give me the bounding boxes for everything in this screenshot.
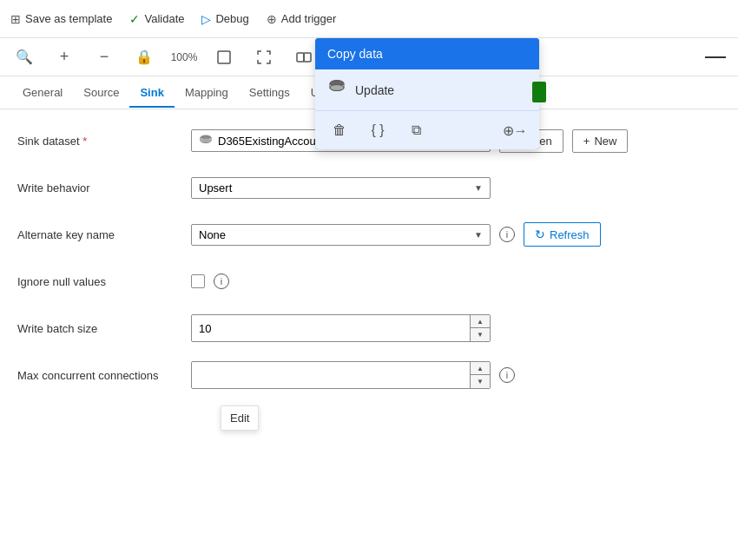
alternate-key-value: None (199, 228, 226, 241)
debug-label: Debug (215, 12, 248, 25)
ignore-null-info-icon[interactable]: i (214, 273, 229, 289)
sink-dataset-value: D365ExistingAccount (218, 135, 326, 148)
write-batch-row: Write batch size ▲ ▼ (17, 313, 721, 344)
plus-icon: + (583, 135, 590, 148)
green-connector-tab (532, 82, 546, 102)
svg-rect-2 (218, 51, 230, 63)
save-template-icon: ⊞ (10, 12, 21, 26)
max-connections-label: Max concurrent connections (17, 369, 191, 382)
delete-action-btn[interactable]: 🗑 (327, 118, 352, 142)
ignore-null-label: Ignore null values (17, 275, 191, 288)
max-connections-input-wrapper: ▲ ▼ (191, 361, 491, 389)
sink-form: Sink dataset * D365ExistingAccount ▼ (0, 109, 738, 422)
search-icon-btn[interactable]: 🔍 (12, 45, 36, 69)
zoom-out-icon-btn[interactable]: − (92, 45, 116, 69)
new-dataset-btn[interactable]: + New (572, 129, 629, 153)
svg-rect-4 (304, 53, 311, 62)
max-connections-input[interactable] (192, 366, 470, 385)
write-behavior-label: Write behavior (17, 181, 191, 194)
sink-dataset-label: Sink dataset * (17, 135, 191, 148)
write-behavior-value: Upsert (199, 181, 232, 194)
save-template-label: Save as template (25, 12, 112, 25)
svg-point-10 (201, 139, 211, 143)
alternate-key-chevron: ▼ (474, 230, 483, 240)
write-batch-input-wrapper: ▲ ▼ (191, 314, 491, 342)
ignore-null-checkbox[interactable] (191, 274, 205, 288)
copy-action-btn[interactable]: ⧉ (404, 118, 428, 142)
write-behavior-row: Write behavior Upsert ▼ (17, 172, 721, 203)
write-batch-label: Write batch size (17, 322, 191, 335)
ignore-null-row: Ignore null values i (17, 266, 721, 297)
tab-general[interactable]: General (12, 79, 73, 108)
alternate-key-info-icon[interactable]: i (499, 227, 515, 242)
alternate-key-dropdown[interactable]: None ▼ (191, 224, 491, 246)
svg-rect-3 (297, 53, 304, 62)
max-connections-row: Max concurrent connections ▲ ▼ i (17, 359, 721, 391)
toolbar-separator (705, 56, 726, 58)
add-arrow-action-btn[interactable]: ⊕→ (503, 118, 527, 142)
copy-data-popup: Copy data Update 🗑 { } ⧉ ⊕→ (315, 38, 539, 149)
alternate-key-row: Alternate key name None ▼ i ↻ Refresh (17, 219, 721, 250)
add-trigger-icon: ⊕ (267, 12, 277, 26)
add-trigger-label: Add trigger (281, 12, 337, 25)
alternate-key-label: Alternate key name (17, 228, 191, 241)
expand-icon-btn[interactable] (252, 45, 276, 69)
write-batch-down-btn[interactable]: ▼ (471, 328, 490, 341)
max-connections-down-btn[interactable]: ▼ (471, 375, 490, 388)
zoom-in-icon-btn[interactable]: + (52, 45, 76, 69)
save-as-template-btn[interactable]: ⊞ Save as template (10, 12, 112, 26)
write-behavior-dropdown[interactable]: Upsert ▼ (191, 177, 491, 199)
popup-update-label: Update (355, 83, 394, 97)
write-batch-spinners: ▲ ▼ (470, 315, 490, 341)
popup-update-item[interactable]: Update (315, 69, 539, 110)
svg-point-1 (330, 85, 344, 91)
max-connections-spinners: ▲ ▼ (470, 362, 490, 388)
toolbar: ⊞ Save as template ✓ Validate ▷ Debug ⊕ … (0, 0, 738, 38)
tab-sink[interactable]: Sink (129, 79, 174, 108)
validate-btn[interactable]: ✓ Validate (129, 12, 184, 26)
resize-icon-btn[interactable] (292, 45, 316, 69)
write-batch-input[interactable] (192, 319, 470, 339)
popup-actions: 🗑 { } ⧉ ⊕→ (315, 110, 539, 149)
refresh-btn[interactable]: ↻ Refresh (524, 222, 601, 247)
debug-icon: ▷ (201, 12, 211, 26)
add-trigger-btn[interactable]: ⊕ Add trigger (267, 12, 337, 26)
zoom-level-btn[interactable]: 100% (172, 45, 196, 69)
write-behavior-chevron: ▼ (474, 183, 483, 193)
tab-mapping[interactable]: Mapping (175, 79, 239, 108)
validate-icon: ✓ (129, 12, 140, 26)
tab-source[interactable]: Source (73, 79, 129, 108)
write-behavior-control: Upsert ▼ (191, 177, 721, 199)
max-connections-control: ▲ ▼ i (191, 361, 721, 389)
sink-dataset-db-icon (199, 134, 213, 148)
code-action-btn[interactable]: { } (366, 118, 390, 142)
tab-settings[interactable]: Settings (239, 79, 300, 108)
edit-dropdown[interactable]: Edit (221, 405, 259, 431)
debug-btn[interactable]: ▷ Debug (201, 12, 248, 26)
write-batch-up-btn[interactable]: ▲ (471, 315, 490, 328)
max-connections-info-icon[interactable]: i (499, 367, 515, 383)
alternate-key-control: None ▼ i ↻ Refresh (191, 222, 721, 247)
database-icon (327, 78, 346, 102)
refresh-icon: ↻ (535, 227, 545, 241)
max-connections-up-btn[interactable]: ▲ (471, 362, 490, 375)
ignore-null-control: i (191, 273, 721, 289)
write-batch-control: ▲ ▼ (191, 314, 721, 342)
popup-header: Copy data (315, 38, 539, 69)
validate-label: Validate (144, 12, 184, 25)
lock-icon-btn[interactable]: 🔒 (132, 45, 156, 69)
select-rect-icon-btn[interactable] (212, 45, 236, 69)
